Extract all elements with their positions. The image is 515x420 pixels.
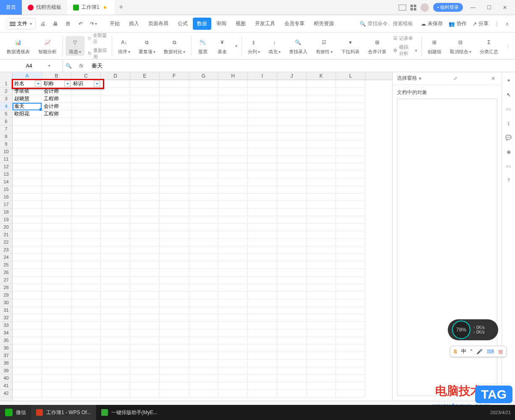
cell[interactable]	[189, 299, 218, 307]
cell[interactable]	[71, 148, 101, 156]
cell[interactable]	[160, 148, 189, 156]
cell[interactable]	[71, 239, 101, 246]
cell[interactable]	[130, 118, 160, 125]
cell[interactable]	[71, 103, 101, 110]
cell[interactable]	[13, 382, 42, 390]
data-cell[interactable]: 李依依	[13, 88, 42, 95]
cell[interactable]	[218, 337, 248, 344]
cell[interactable]	[42, 329, 71, 337]
cell[interactable]	[336, 80, 365, 88]
cell[interactable]	[13, 322, 42, 329]
menu-tab-3[interactable]: 公式	[173, 18, 192, 30]
ime-mic-icon[interactable]: 🎤	[476, 349, 483, 355]
cell[interactable]	[189, 224, 218, 231]
col-header[interactable]: I	[248, 72, 277, 80]
cell[interactable]	[307, 186, 336, 193]
cell[interactable]	[336, 269, 365, 277]
network-monitor[interactable]: 78% ↑ 0K/s ↓ 0K/s	[448, 319, 498, 340]
cell[interactable]	[248, 178, 277, 186]
cells[interactable]: 姓名职称标识李依依会计师赵晓慧工程师秦天会计师欧阳花工程师	[13, 80, 392, 401]
cell[interactable]	[101, 186, 130, 193]
cell[interactable]	[101, 239, 130, 246]
cell[interactable]	[218, 367, 248, 375]
cell[interactable]	[189, 292, 218, 299]
cell[interactable]	[101, 148, 130, 156]
cell[interactable]	[42, 239, 71, 246]
cell[interactable]	[130, 261, 160, 269]
cell[interactable]	[13, 299, 42, 307]
cell[interactable]	[101, 125, 130, 133]
cell[interactable]	[336, 246, 365, 254]
cell[interactable]	[336, 254, 365, 261]
cell[interactable]	[160, 284, 189, 292]
cell[interactable]	[336, 239, 365, 246]
cell[interactable]	[218, 171, 248, 178]
select-all-corner[interactable]	[0, 72, 13, 80]
cell[interactable]	[71, 125, 101, 133]
cell[interactable]	[130, 239, 160, 246]
cell[interactable]	[248, 367, 277, 375]
cell[interactable]	[101, 209, 130, 216]
cell[interactable]	[71, 367, 101, 375]
row-header[interactable]: 18	[0, 209, 12, 216]
cell[interactable]	[160, 88, 189, 95]
cell[interactable]	[248, 284, 277, 292]
row-header[interactable]: 16	[0, 193, 12, 201]
cell[interactable]	[13, 231, 42, 239]
cell[interactable]	[277, 254, 307, 261]
cell[interactable]	[336, 148, 365, 156]
row-header[interactable]: 34	[0, 329, 12, 337]
cell[interactable]	[160, 95, 189, 103]
unsaved-status[interactable]: ☁ 未保存	[421, 20, 443, 27]
menu-tab-7[interactable]: 开发工具	[251, 18, 279, 30]
cell[interactable]	[336, 367, 365, 375]
cell[interactable]	[71, 284, 101, 292]
chevron-down-icon[interactable]: ▾	[419, 76, 421, 81]
cell[interactable]	[189, 88, 218, 95]
cell[interactable]	[101, 171, 130, 178]
cell[interactable]	[248, 246, 277, 254]
new-tab-button[interactable]: +	[115, 0, 127, 15]
cell[interactable]	[307, 201, 336, 209]
cell[interactable]	[218, 148, 248, 156]
cell[interactable]	[307, 292, 336, 299]
cell[interactable]	[336, 352, 365, 360]
cell[interactable]	[218, 193, 248, 201]
cell[interactable]	[101, 292, 130, 299]
cell[interactable]	[307, 163, 336, 171]
cell[interactable]	[277, 261, 307, 269]
cell[interactable]	[101, 224, 130, 231]
cell[interactable]	[307, 141, 336, 148]
row-header[interactable]: 13	[0, 171, 12, 178]
cell[interactable]	[160, 171, 189, 178]
cell[interactable]	[13, 269, 42, 277]
cell[interactable]	[42, 178, 71, 186]
cell[interactable]	[277, 231, 307, 239]
cell[interactable]	[277, 103, 307, 110]
cell[interactable]	[160, 352, 189, 360]
sim-button[interactable]: ⚙模拟分析▾	[392, 43, 419, 57]
smart-button[interactable]: 📈智能分析	[35, 36, 60, 56]
cell[interactable]	[189, 231, 218, 239]
data-cell[interactable]: 工程师	[42, 110, 71, 118]
cell[interactable]	[218, 314, 248, 322]
cell[interactable]	[218, 307, 248, 314]
name-box[interactable]: ▾	[0, 60, 63, 72]
cell[interactable]	[336, 329, 365, 337]
cell[interactable]	[42, 171, 71, 178]
cell[interactable]	[101, 201, 130, 209]
cell[interactable]	[160, 254, 189, 261]
cell[interactable]	[13, 201, 42, 209]
cell[interactable]	[218, 133, 248, 141]
row-header[interactable]: 9	[0, 141, 12, 148]
cell[interactable]	[130, 156, 160, 163]
cell[interactable]	[160, 292, 189, 299]
cell[interactable]	[189, 125, 218, 133]
cell[interactable]	[336, 382, 365, 390]
cell[interactable]	[336, 88, 365, 95]
cell[interactable]	[71, 322, 101, 329]
cell[interactable]	[218, 269, 248, 277]
rail-tablet-icon[interactable]: ▭	[504, 162, 513, 170]
ime-punct-icon[interactable]: "	[470, 349, 472, 355]
cell[interactable]	[130, 133, 160, 141]
